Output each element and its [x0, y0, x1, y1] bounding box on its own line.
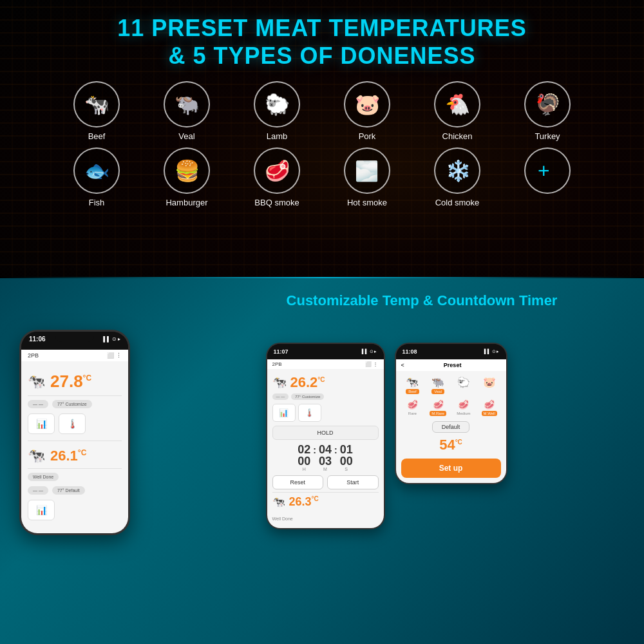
svg-text:🍔: 🍔 — [175, 159, 200, 184]
animal-veal-tag[interactable]: Veal — [431, 389, 444, 394]
bbqsmoke-icon: 🥩 — [263, 156, 291, 185]
phone-1-header: 2PB ⬜ ⋮ — [21, 350, 128, 361]
hotsmoke-icon: 🌫️ — [353, 156, 381, 185]
svg-text:🦃: 🦃 — [535, 93, 561, 117]
animal-beef-icon: 🐄 — [406, 376, 419, 388]
doneness-mrare-tag[interactable]: M.Rare — [430, 411, 446, 416]
phone-2: 11:07 ▌▌ ⊙ ▸ 2PB ⬜ ⋮ 🐄 26.2°C — — — [266, 343, 385, 632]
phone-2-sub1: — — 77° Customize — [272, 393, 379, 400]
beef-icon-circle: 🐄 — [73, 81, 120, 128]
phone-1-chart-btn2[interactable]: 📊 — [28, 500, 55, 520]
default-row: Default — [401, 421, 501, 433]
phone-1-animal2: 🐄 — [28, 448, 45, 464]
phone-3-header: < Preset — [396, 359, 506, 371]
phone-1-status: ▌▌ ⊙ ▸ — [103, 336, 120, 342]
veal-label: Veal — [178, 131, 194, 141]
svg-text:🐷: 🐷 — [355, 93, 381, 117]
phone-1-temp-btn[interactable]: 🌡️ — [59, 413, 86, 434]
phone-1-doneness2: Well Done — [28, 473, 59, 481]
phone-1-sub2: Well Done — [28, 473, 122, 481]
default-btn[interactable]: Default — [432, 421, 470, 433]
meat-item-hamburger: 🍔 Hamburger — [151, 147, 222, 207]
phone-2-probe1: 🐄 26.2°C — [272, 374, 379, 391]
phone-2-chart-btn[interactable]: 📊 — [272, 404, 296, 422]
phone-1-chart-btn[interactable]: 📊 — [28, 413, 55, 434]
timer-m-col: 04 03 M — [319, 444, 332, 471]
veal-icon: 🐃 — [173, 90, 201, 118]
phone-1-animal1: 🐄 — [28, 374, 45, 390]
bbqsmoke-icon-circle: 🥩 — [254, 147, 300, 194]
phone-2-reset-btn[interactable]: Reset — [272, 475, 324, 489]
svg-text:🐟: 🐟 — [84, 159, 110, 184]
phone-3-status: ▌▌ ⊙ ▸ — [484, 349, 500, 354]
phone-1-default2: 77° Default — [52, 486, 85, 495]
meat-item-chicken: 🐔 Chicken — [422, 81, 493, 141]
timer-s: 00 — [340, 455, 353, 467]
chicken-icon: 🐔 — [443, 90, 471, 118]
title-line1: 11 PRESET MEAT TEMPERATURES — [117, 15, 527, 41]
doneness-rare-tag[interactable]: Rare — [406, 411, 419, 416]
meat-item-lamb: 🐑 Lamb — [242, 81, 312, 141]
animal-lamb-tag[interactable]: Lamb — [456, 389, 471, 394]
hamburger-icon: 🍔 — [173, 156, 201, 185]
top-section: 11 PRESET MEAT TEMPERATURES & 5 TYPES OF… — [0, 0, 644, 277]
coldsmoke-label: Cold smoke — [435, 198, 480, 207]
meat-row-1: 🐄 Beef 🐃 Veal 🐑 Lamb 🐷 Pork — [26, 81, 618, 141]
phone-1-btns1: 📊 🌡️ — [28, 413, 122, 434]
animal-pork-tag[interactable]: Pork — [482, 389, 495, 394]
animal-beef: 🐄 Beef — [401, 376, 424, 394]
doneness-mwell: 🥩 M.Well — [478, 399, 501, 416]
doneness-medium-tag[interactable]: Medium — [455, 411, 472, 416]
mid-phones: 11:07 ▌▌ ⊙ ▸ 2PB ⬜ ⋮ 🐄 26.2°C — — — [148, 343, 625, 632]
phone-3-back[interactable]: < — [401, 362, 404, 368]
meat-item-custom: + — [512, 147, 583, 207]
doneness-rare-icon: 🥩 — [407, 399, 418, 410]
phone-1-pill2: — — — [28, 486, 48, 495]
lamb-icon: 🐑 — [263, 90, 291, 118]
bottom-subtitle: Customizable Temp & Countdown Timer — [219, 292, 625, 309]
meat-item-hotsmoke: 🌫️ Hot smoke — [332, 147, 402, 207]
meat-icons-grid: 🐄 Beef 🐃 Veal 🐑 Lamb 🐷 Pork — [0, 70, 644, 214]
bottom-section: Customizable Temp & Countdown Timer 11:0… — [0, 278, 644, 644]
coldsmoke-icon: ❄️ — [443, 156, 471, 185]
beef-icon: 🐄 — [82, 90, 111, 118]
svg-text:🌫️: 🌫️ — [355, 160, 379, 184]
timer-m-sub: 04 — [319, 444, 332, 455]
animal-beef-tag[interactable]: Beef — [406, 389, 419, 394]
phone-1-pill1: — — — [28, 400, 48, 408]
phone-2-divider — [272, 492, 379, 493]
hamburger-icon-circle: 🍔 — [164, 147, 210, 194]
phone-3: 11:08 ▌▌ ⊙ ▸ < Preset 🐄 Beef � — [395, 343, 507, 632]
phone-2-animal1: 🐄 — [272, 375, 287, 390]
phone-1-notch — [55, 332, 94, 342]
coldsmoke-icon-circle: ❄️ — [434, 147, 480, 194]
phone-2-status: ▌▌ ⊙ ▸ — [362, 349, 377, 354]
phone-2-probe2: 🐄 26.3°C — [272, 495, 379, 509]
main-title: 11 PRESET MEAT TEMPERATURES & 5 TYPES OF… — [0, 0, 644, 70]
pork-label: Pork — [359, 131, 376, 141]
svg-text:🐔: 🐔 — [445, 93, 471, 117]
phone-2-timer-buttons: Reset Start — [272, 475, 379, 489]
timer-s-sub: 01 — [340, 444, 353, 455]
phone-1-probe1: 🐄 27.8°C — [28, 368, 122, 396]
phone-2-start-btn[interactable]: Start — [327, 475, 379, 489]
lamb-icon-circle: 🐑 — [254, 81, 300, 128]
turkey-icon: 🦃 — [533, 90, 562, 118]
timer-m: 03 — [319, 455, 332, 467]
phone-1-sub2b: — — 77° Default — [28, 486, 122, 495]
doneness-mrare-icon: 🥩 — [433, 399, 444, 410]
timer-h: 00 — [298, 455, 310, 467]
svg-text:❄️: ❄️ — [446, 159, 471, 184]
phone-2-time: 11:07 — [274, 348, 289, 355]
svg-text:+: + — [538, 160, 550, 183]
setup-btn[interactable]: Set up — [401, 459, 501, 478]
phone-3-notchbar: 11:08 ▌▌ ⊙ ▸ — [396, 344, 506, 359]
pork-icon: 🐷 — [353, 90, 381, 118]
phone-1-btns2: 📊 — [28, 500, 122, 520]
fish-label: Fish — [89, 198, 105, 207]
phone-2-temp-btn[interactable]: 🌡️ — [298, 404, 321, 422]
timer-h-sub: 02 — [298, 444, 310, 455]
doneness-mwell-tag[interactable]: M.Well — [482, 411, 497, 416]
phone-2-hold-btn[interactable]: HOLD — [272, 426, 379, 440]
doneness-mrare: 🥩 M.Rare — [426, 399, 450, 416]
